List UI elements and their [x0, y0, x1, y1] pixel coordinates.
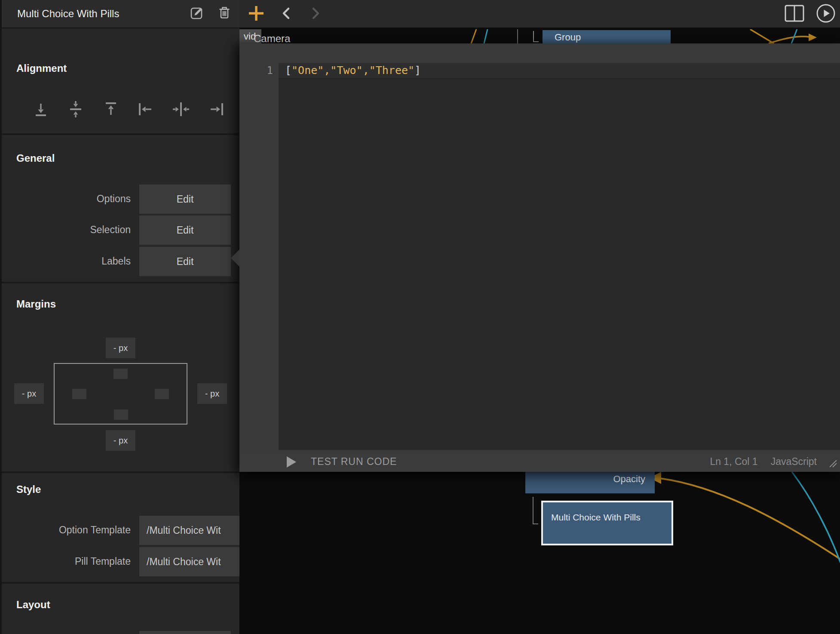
group-node[interactable]: Group: [543, 30, 671, 45]
margin-left-button[interactable]: - px: [14, 383, 44, 404]
selected-patch-label: Multi Choice With Pills: [551, 511, 654, 523]
navigate-back-button[interactable]: [276, 4, 296, 24]
trash-icon: [216, 4, 233, 23]
rename-button[interactable]: [188, 5, 206, 23]
patch-title: Multi Choice With Pills: [17, 0, 119, 28]
margin-left-handle: [72, 389, 86, 399]
split-view-button[interactable]: [785, 4, 804, 24]
section-divider: [0, 471, 239, 473]
margin-bottom-handle: [114, 409, 128, 420]
window-edge: [0, 0, 2, 634]
cursor-position: Ln 1, Col 1: [710, 456, 757, 468]
run-play-icon: [287, 456, 296, 468]
camera-node-label[interactable]: Camera: [254, 33, 290, 45]
margin-top-button[interactable]: - px: [106, 338, 135, 358]
line-number: 1: [257, 63, 273, 78]
labels-edit-button[interactable]: Edit: [139, 247, 231, 276]
align-horizontal-center-icon[interactable]: [172, 100, 190, 119]
section-heading-alignment: Alignment: [16, 62, 67, 74]
section-divider: [0, 582, 239, 584]
section-heading-style: Style: [16, 483, 41, 496]
plus-icon: [248, 5, 265, 24]
selected-patch-node[interactable]: Multi Choice With Pills: [541, 501, 673, 545]
navigate-forward-button[interactable]: [306, 4, 325, 24]
resize-grip[interactable]: [828, 459, 837, 470]
inspector-sidebar: Multi Choice With Pills: [0, 0, 239, 634]
selection-edit-button[interactable]: Edit: [139, 215, 231, 245]
language-label: JavaScript: [771, 456, 817, 468]
options-edit-button[interactable]: Edit: [139, 185, 231, 214]
align-right-icon[interactable]: [207, 100, 226, 119]
split-view-icon: [784, 4, 805, 25]
code-input-area[interactable]: ["One","Two","Three"]: [279, 63, 840, 450]
delete-button[interactable]: [215, 5, 233, 23]
code-string-list: "One","Two","Three": [291, 64, 414, 77]
align-left-icon[interactable]: [136, 100, 155, 119]
app-window: Multi Choice With Pills: [0, 0, 840, 634]
editor-status: Ln 1, Col 1 JavaScript: [710, 452, 817, 472]
test-run-code-button[interactable]: TEST RUN CODE: [287, 452, 397, 472]
code-editor-popover: 1 ["One","Two","Three"] TEST RUN CODE Ln…: [239, 43, 840, 472]
code-close-bracket: ]: [414, 64, 421, 77]
margin-right-button[interactable]: - px: [197, 383, 227, 404]
option-template-value[interactable]: /Multi Choice Wit: [139, 516, 239, 545]
align-top-icon[interactable]: [101, 100, 120, 119]
options-label: Options: [0, 193, 131, 205]
option-template-label: Option Template: [0, 524, 131, 536]
margins-preview-box: [54, 363, 187, 425]
section-heading-margins: Margins: [16, 298, 56, 310]
run-prototype-button[interactable]: [816, 4, 836, 24]
inspector-header: Multi Choice With Pills: [0, 0, 239, 28]
add-patch-button[interactable]: [246, 4, 266, 24]
chevron-right-icon: [310, 6, 321, 22]
section-divider: [0, 282, 239, 283]
section-divider: [0, 133, 239, 135]
margin-right-handle: [155, 389, 169, 399]
code-line-1: ["One","Two","Three"]: [285, 63, 421, 78]
align-bottom-icon[interactable]: [31, 100, 50, 119]
test-run-code-label: TEST RUN CODE: [311, 456, 397, 468]
margin-top-handle: [113, 369, 128, 379]
play-circle-icon: [816, 3, 836, 25]
opacity-node-label: Opacity: [613, 474, 645, 485]
layout-partial-control[interactable]: [139, 631, 231, 634]
selection-label: Selection: [0, 224, 131, 236]
code-open-bracket: [: [285, 64, 291, 77]
canvas-toolbar: [239, 0, 840, 28]
editor-footer-bar: TEST RUN CODE Ln 1, Col 1 JavaScript: [239, 452, 840, 472]
edit-pencil-icon: [188, 4, 205, 23]
chevron-left-icon: [281, 6, 291, 22]
popover-pointer: [231, 249, 239, 267]
align-vertical-center-icon[interactable]: [66, 100, 85, 119]
labels-label: Labels: [0, 255, 131, 267]
section-heading-layout: Layout: [16, 599, 50, 611]
section-heading-general: General: [16, 152, 55, 164]
pill-template-label: Pill Template: [0, 556, 131, 567]
margin-bottom-button[interactable]: - px: [106, 430, 135, 451]
pill-template-value[interactable]: /Multi Choice Wit: [139, 547, 239, 576]
